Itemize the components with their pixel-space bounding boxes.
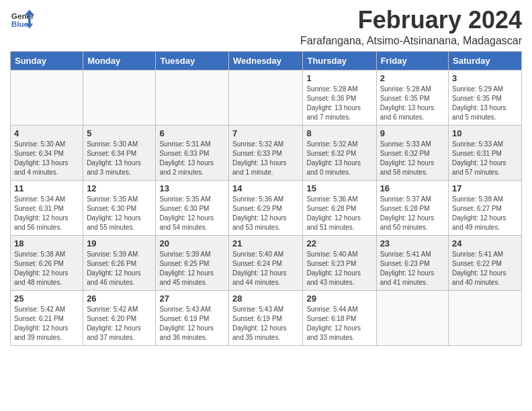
day-info: Sunrise: 5:37 AM Sunset: 6:28 PM Dayligh… [380,195,445,232]
week-row-1: 1Sunrise: 5:28 AM Sunset: 6:36 PM Daylig… [11,70,522,125]
day-number: 14 [232,183,299,193]
day-number: 10 [452,128,518,138]
day-info: Sunrise: 5:33 AM Sunset: 6:31 PM Dayligh… [452,140,518,177]
weekday-header-friday: Friday [376,51,448,70]
day-number: 19 [87,238,152,248]
calendar-cell: 13Sunrise: 5:35 AM Sunset: 6:30 PM Dayli… [156,180,229,235]
day-number: 4 [14,128,79,138]
day-number: 12 [87,183,152,193]
day-number: 26 [87,293,152,304]
weekday-header-sunday: Sunday [11,51,83,70]
day-number: 23 [380,238,445,248]
day-number: 3 [452,73,518,83]
calendar-cell: 5Sunrise: 5:30 AM Sunset: 6:34 PM Daylig… [83,125,156,180]
day-info: Sunrise: 5:42 AM Sunset: 6:21 PM Dayligh… [14,305,79,342]
weekday-header-row: SundayMondayTuesdayWednesdayThursdayFrid… [11,51,522,70]
calendar-cell: 10Sunrise: 5:33 AM Sunset: 6:31 PM Dayli… [449,125,522,180]
day-number: 7 [232,128,299,138]
day-number: 1 [306,73,372,83]
day-number: 13 [159,183,225,193]
calendar-cell [83,70,156,125]
week-row-5: 25Sunrise: 5:42 AM Sunset: 6:21 PM Dayli… [11,290,522,345]
calendar-cell: 22Sunrise: 5:40 AM Sunset: 6:23 PM Dayli… [303,235,376,290]
weekday-header-wednesday: Wednesday [229,51,303,70]
day-number: 18 [14,238,79,248]
calendar-cell: 25Sunrise: 5:42 AM Sunset: 6:21 PM Dayli… [11,290,83,345]
day-info: Sunrise: 5:31 AM Sunset: 6:33 PM Dayligh… [159,140,225,177]
day-number: 28 [232,293,299,304]
calendar-cell: 7Sunrise: 5:32 AM Sunset: 6:33 PM Daylig… [229,125,303,180]
day-number: 27 [159,293,225,304]
weekday-header-saturday: Saturday [449,51,522,70]
day-info: Sunrise: 5:41 AM Sunset: 6:22 PM Dayligh… [452,250,518,287]
header: General Blue February 2024 Farafangana, … [10,7,522,47]
calendar-cell: 19Sunrise: 5:39 AM Sunset: 6:26 PM Dayli… [83,235,156,290]
day-info: Sunrise: 5:35 AM Sunset: 6:30 PM Dayligh… [87,195,152,232]
day-info: Sunrise: 5:41 AM Sunset: 6:23 PM Dayligh… [380,250,445,287]
day-info: Sunrise: 5:39 AM Sunset: 6:26 PM Dayligh… [87,250,152,287]
day-number: 22 [306,238,372,248]
day-number: 21 [232,238,299,248]
calendar-cell [449,290,522,345]
calendar-cell: 26Sunrise: 5:42 AM Sunset: 6:20 PM Dayli… [83,290,156,345]
day-number: 9 [380,128,445,138]
calendar-cell: 6Sunrise: 5:31 AM Sunset: 6:33 PM Daylig… [156,125,229,180]
calendar-cell: 24Sunrise: 5:41 AM Sunset: 6:22 PM Dayli… [449,235,522,290]
day-number: 25 [14,293,79,304]
calendar-cell: 12Sunrise: 5:35 AM Sunset: 6:30 PM Dayli… [83,180,156,235]
day-info: Sunrise: 5:38 AM Sunset: 6:26 PM Dayligh… [14,250,79,287]
calendar-cell: 18Sunrise: 5:38 AM Sunset: 6:26 PM Dayli… [11,235,83,290]
day-number: 8 [306,128,372,138]
title-area: February 2024 Farafangana, Atsimo-Atsina… [300,7,522,47]
day-info: Sunrise: 5:33 AM Sunset: 6:32 PM Dayligh… [380,140,445,177]
calendar-cell [156,70,229,125]
day-info: Sunrise: 5:34 AM Sunset: 6:31 PM Dayligh… [14,195,79,232]
day-info: Sunrise: 5:43 AM Sunset: 6:19 PM Dayligh… [232,305,299,342]
day-number: 20 [159,238,225,248]
day-info: Sunrise: 5:35 AM Sunset: 6:30 PM Dayligh… [159,195,225,232]
calendar-cell: 27Sunrise: 5:43 AM Sunset: 6:19 PM Dayli… [156,290,229,345]
calendar-cell: 28Sunrise: 5:43 AM Sunset: 6:19 PM Dayli… [229,290,303,345]
week-row-2: 4Sunrise: 5:30 AM Sunset: 6:34 PM Daylig… [11,125,522,180]
calendar-cell: 9Sunrise: 5:33 AM Sunset: 6:32 PM Daylig… [376,125,448,180]
logo-icon: General Blue [10,7,34,31]
calendar-cell: 16Sunrise: 5:37 AM Sunset: 6:28 PM Dayli… [376,180,448,235]
weekday-header-monday: Monday [83,51,156,70]
day-number: 17 [452,183,518,193]
calendar-cell: 2Sunrise: 5:28 AM Sunset: 6:35 PM Daylig… [376,70,448,125]
calendar-cell: 23Sunrise: 5:41 AM Sunset: 6:23 PM Dayli… [376,235,448,290]
day-info: Sunrise: 5:29 AM Sunset: 6:35 PM Dayligh… [452,85,518,122]
day-number: 2 [380,73,445,83]
calendar-cell: 20Sunrise: 5:39 AM Sunset: 6:25 PM Dayli… [156,235,229,290]
calendar-cell [11,70,83,125]
calendar-cell: 1Sunrise: 5:28 AM Sunset: 6:36 PM Daylig… [303,70,376,125]
logo: General Blue [10,7,34,31]
week-row-4: 18Sunrise: 5:38 AM Sunset: 6:26 PM Dayli… [11,235,522,290]
day-info: Sunrise: 5:30 AM Sunset: 6:34 PM Dayligh… [87,140,152,177]
calendar-cell: 4Sunrise: 5:30 AM Sunset: 6:34 PM Daylig… [11,125,83,180]
subtitle: Farafangana, Atsimo-Atsinanana, Madagasc… [300,35,522,47]
main-title: February 2024 [300,7,522,34]
day-info: Sunrise: 5:40 AM Sunset: 6:24 PM Dayligh… [232,250,299,287]
day-number: 24 [452,238,518,248]
day-info: Sunrise: 5:40 AM Sunset: 6:23 PM Dayligh… [306,250,372,287]
day-info: Sunrise: 5:39 AM Sunset: 6:25 PM Dayligh… [159,250,225,287]
day-info: Sunrise: 5:28 AM Sunset: 6:35 PM Dayligh… [380,85,445,122]
calendar-cell: 11Sunrise: 5:34 AM Sunset: 6:31 PM Dayli… [11,180,83,235]
weekday-header-tuesday: Tuesday [156,51,229,70]
day-info: Sunrise: 5:30 AM Sunset: 6:34 PM Dayligh… [14,140,79,177]
day-number: 11 [14,183,79,193]
calendar-cell [229,70,303,125]
day-info: Sunrise: 5:36 AM Sunset: 6:29 PM Dayligh… [232,195,299,232]
day-info: Sunrise: 5:28 AM Sunset: 6:36 PM Dayligh… [306,85,372,122]
day-info: Sunrise: 5:43 AM Sunset: 6:19 PM Dayligh… [159,305,225,342]
day-info: Sunrise: 5:44 AM Sunset: 6:18 PM Dayligh… [306,305,372,342]
calendar-cell: 15Sunrise: 5:36 AM Sunset: 6:28 PM Dayli… [303,180,376,235]
calendar-cell: 3Sunrise: 5:29 AM Sunset: 6:35 PM Daylig… [449,70,522,125]
calendar-cell: 17Sunrise: 5:38 AM Sunset: 6:27 PM Dayli… [449,180,522,235]
day-number: 29 [306,293,372,304]
day-info: Sunrise: 5:36 AM Sunset: 6:28 PM Dayligh… [306,195,372,232]
day-info: Sunrise: 5:38 AM Sunset: 6:27 PM Dayligh… [452,195,518,232]
svg-text:Blue: Blue [11,19,29,28]
day-info: Sunrise: 5:42 AM Sunset: 6:20 PM Dayligh… [87,305,152,342]
